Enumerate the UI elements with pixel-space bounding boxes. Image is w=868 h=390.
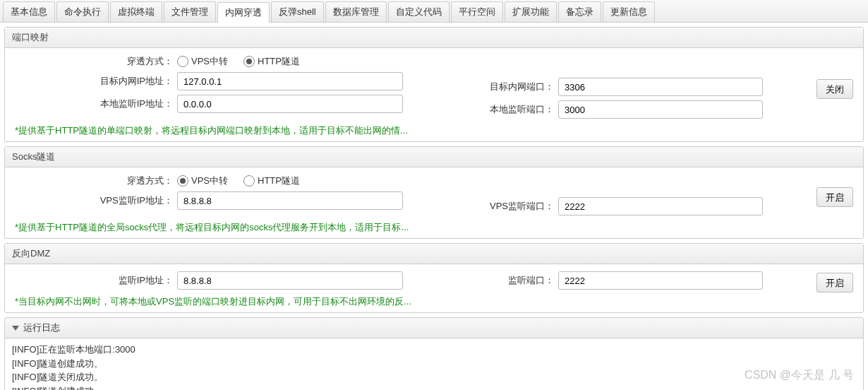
radio-vps[interactable] — [177, 56, 188, 67]
panel-title: 端口映射 — [5, 28, 863, 48]
target-ip-input[interactable] — [177, 72, 403, 90]
radio-http-label: HTTP隧道 — [258, 55, 300, 68]
target-ip-label: 目标内网IP地址： — [15, 75, 177, 88]
tab-7[interactable]: 自定义代码 — [388, 1, 450, 22]
method-radio-group: VPS中转 HTTP隧道 — [177, 55, 313, 68]
log-body: [INFO]正在监听本地端口:3000[INFO]隧道创建成功。[INFO]隧道… — [4, 338, 864, 390]
log-line: [INFO]隧道创建成功。 — [12, 357, 856, 371]
tab-10[interactable]: 备忘录 — [558, 1, 601, 22]
dmz-panel: 反向DMZ 监听IP地址： 监听端口： 开启 — [4, 243, 864, 313]
socks-panel: Socks隧道 穿透方式： VPS中转 HTTP隧道 VPS监听IP地址： — [4, 146, 864, 239]
tab-2[interactable]: 虚拟终端 — [110, 1, 162, 22]
open-button[interactable]: 开启 — [816, 187, 853, 207]
port-mapping-panel: 端口映射 穿透方式： VPS中转 HTTP隧道 目标内网IP地址： — [4, 27, 864, 142]
method-label: 穿透方式： — [15, 175, 177, 187]
panel-title: 反向DMZ — [5, 244, 863, 264]
radio-vps-label: VPS中转 — [191, 175, 228, 187]
target-port-input[interactable] — [558, 78, 763, 96]
vps-port-label: VPS监听端口： — [466, 200, 558, 213]
dmz-ip-label: 监听IP地址： — [15, 274, 177, 287]
local-ip-input[interactable] — [177, 95, 403, 113]
log-line: [INFO]隧道关闭成功。 — [12, 370, 856, 384]
local-port-label: 本地监听端口： — [466, 103, 558, 116]
radio-vps[interactable] — [177, 175, 188, 187]
tab-1[interactable]: 命令执行 — [56, 1, 109, 22]
radio-http[interactable] — [243, 56, 255, 67]
tab-6[interactable]: 数据库管理 — [325, 1, 387, 22]
log-line: [INFO]隧道创建成功。 — [12, 384, 856, 391]
dmz-port-label: 监听端口： — [466, 274, 558, 287]
log-panel: 运行日志 [INFO]正在监听本地端口:3000[INFO]隧道创建成功。[IN… — [4, 317, 864, 390]
tab-8[interactable]: 平行空间 — [451, 1, 503, 22]
port-mapping-note: *提供基于HTTP隧道的单端口映射，将远程目标内网端口映射到本地，适用于目标不能… — [15, 124, 853, 137]
radio-http-label: HTTP隧道 — [258, 175, 300, 187]
dmz-ip-input[interactable] — [177, 271, 403, 290]
tab-4[interactable]: 内网穿透 — [217, 2, 270, 23]
log-line: [INFO]正在监听本地端口:3000 — [12, 343, 856, 357]
target-port-label: 目标内网端口： — [466, 81, 558, 93]
tab-5[interactable]: 反弹shell — [271, 1, 324, 22]
open-button[interactable]: 开启 — [816, 273, 853, 292]
method-label: 穿透方式： — [15, 55, 177, 68]
local-ip-label: 本地监听IP地址： — [15, 98, 177, 110]
method-radio-group: VPS中转 HTTP隧道 — [177, 175, 313, 187]
vps-port-input[interactable] — [558, 197, 763, 215]
vps-ip-label: VPS监听IP地址： — [15, 194, 177, 207]
chevron-down-icon — [12, 326, 19, 331]
tab-bar: 基本信息命令执行虚拟终端文件管理内网穿透反弹shell数据库管理自定义代码平行空… — [0, 0, 868, 23]
log-title: 运行日志 — [23, 321, 60, 334]
log-header[interactable]: 运行日志 — [4, 317, 864, 338]
radio-vps-label: VPS中转 — [191, 55, 228, 68]
socks-note: *提供基于HTTP隧道的全局socks代理，将远程目标内网的socks代理服务开… — [15, 221, 853, 234]
tab-9[interactable]: 扩展功能 — [505, 1, 557, 22]
tab-0[interactable]: 基本信息 — [3, 1, 55, 22]
dmz-note: *当目标内网不出网时，可将本地或VPS监听的端口映射进目标内网，可用于目标不出网… — [15, 295, 853, 308]
close-button[interactable]: 关闭 — [816, 79, 853, 99]
tab-11[interactable]: 更新信息 — [603, 1, 655, 22]
local-port-input[interactable] — [558, 100, 763, 119]
dmz-port-input[interactable] — [558, 271, 763, 290]
tab-3[interactable]: 文件管理 — [164, 1, 216, 22]
radio-http[interactable] — [243, 175, 255, 187]
vps-ip-input[interactable] — [177, 191, 403, 210]
panel-title: Socks隧道 — [5, 147, 863, 167]
